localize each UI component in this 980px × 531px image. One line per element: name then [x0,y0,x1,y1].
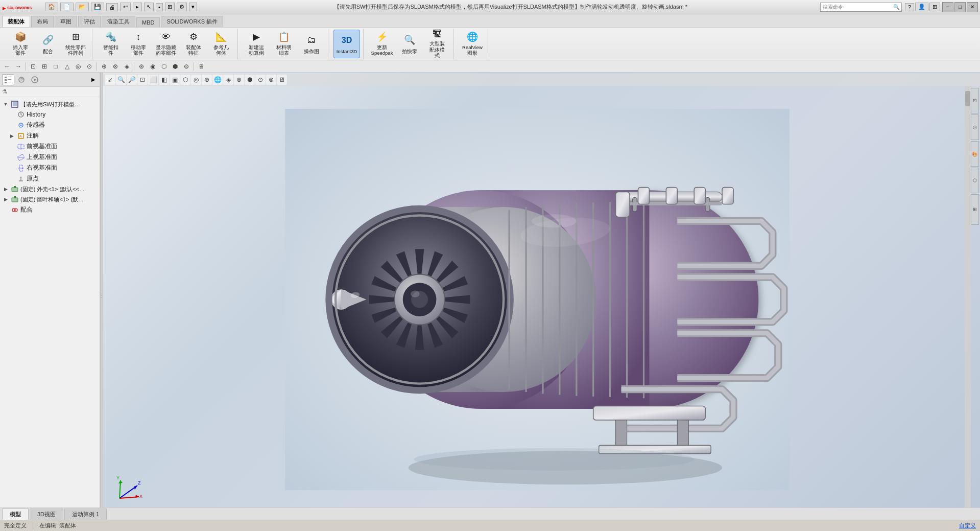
menu-arrow[interactable]: ▸ [133,3,142,11]
menu-undo[interactable]: ↩ [120,3,131,11]
pan-button[interactable]: ◎ [73,61,83,72]
right-color-btn[interactable]: 🎨 [971,141,979,167]
view3d-button[interactable]: ⊙ [84,61,94,72]
tab-assembly[interactable]: 装配体 [2,16,30,27]
menu-save[interactable]: 💾 [91,3,104,11]
view-shadows-button[interactable]: ⊜ [266,75,276,85]
view-perspective-button[interactable]: ⊕ [202,75,212,85]
zoom-fit-button[interactable]: ⊡ [28,61,38,72]
tree-mate-item[interactable]: 配合 [0,204,100,215]
3d-viewport[interactable]: ↙ 🔍 🔎 ⊡ ⬜ ◧ ▣ ⬡ ◎ ⊕ 🌐 ◈ ⊛ ⬢ ⊙ ⊜ 🖥 [103,73,980,519]
insert-component-button[interactable]: 📦 插入零部件 [7,30,34,58]
tab-motion1[interactable]: 运动算例 1 [64,509,107,520]
command-search-input[interactable] [823,4,893,10]
menu-grid[interactable]: ⊞ [165,3,175,11]
tab-plugins[interactable]: SOLIDWORKS 插件 [161,16,223,27]
large-assembly-button[interactable]: 🏗 大型装配体模式 [424,30,450,58]
fastzoom-button[interactable]: 🔍 拍快零 [396,30,423,58]
forward-button[interactable]: → [13,61,23,72]
show-hide-button[interactable]: 👁 显示隐藏的零部件 [153,30,179,58]
panel-expand-button[interactable]: ▶ [89,76,98,84]
appearance-button[interactable]: ⬡ [159,61,169,72]
display-tab[interactable] [29,74,41,85]
view-lights-button[interactable]: 🌐 [212,75,223,85]
back-button[interactable]: ← [2,61,12,72]
close-button[interactable]: ✕ [967,2,978,12]
right-view-btn[interactable]: ◎ [971,114,979,140]
ref-geometry-button[interactable]: 📐 参考几何体 [208,30,234,58]
assembly-button[interactable]: 🔗 配合 [35,30,61,58]
properties-tab[interactable]: P [15,74,28,85]
tree-tab[interactable] [2,74,14,85]
tree-top-plane-item[interactable]: 上视基准面 [0,152,100,163]
view-setting-button[interactable]: ◉ [148,61,158,72]
lighting-button[interactable]: ⊜ [181,61,192,72]
right-settings-btn[interactable]: ⊞ [971,194,979,225]
view-scene-button[interactable]: ⊛ [234,75,244,85]
tree-right-plane-item[interactable]: 右视基准面 [0,163,100,173]
right-scene-btn[interactable]: ⬡ [971,168,979,193]
right-expand-btn[interactable]: ⊡ [971,88,979,113]
tab-render[interactable]: 渲染工具 [102,16,135,27]
view-appearance-button[interactable]: ◈ [223,75,233,85]
zoom-previous-button[interactable]: ↙ [105,75,115,85]
view-normal-button[interactable]: ◎ [191,75,201,85]
tab-mbd[interactable]: MBD [136,17,160,27]
menu-cursor[interactable]: ↖ [144,3,154,11]
tree-front-plane-item[interactable]: 前视基准面 [0,141,100,152]
restore-button[interactable]: □ [954,2,966,12]
tree-fixed1-item[interactable]: ▶ (固定) 外壳<1> (默认<<默认>_显... [0,184,100,194]
menu-print[interactable]: 🖨 [106,3,118,11]
menu-dot[interactable]: • [156,3,163,11]
tree-fixed2-item[interactable]: ▶ (固定) 磨叶和轴<1> (默认<<默认>... [0,194,100,204]
view-orientation-button[interactable]: ⊕ [99,61,109,72]
new-motion-button[interactable]: ▶ 新建运动算例 [243,30,270,58]
zoom-in-button[interactable]: ⊞ [39,61,50,72]
monitor-button[interactable]: 🖥 [196,61,206,72]
rotate-button[interactable]: △ [62,61,72,72]
move-component-button[interactable]: ↕ 移动零部件 [125,30,152,58]
view-realview-button[interactable]: ⬢ [245,75,255,85]
speedpak-button[interactable]: ⚡ 更新Speedpak [369,30,395,58]
operations-button[interactable]: 🗂 操作图 [298,30,325,58]
viewport-vscrollbar[interactable] [965,86,971,513]
menu-new[interactable]: 📄 [60,3,74,11]
view-rotate-button[interactable]: ◧ [159,75,169,85]
view-3d-button[interactable]: ⬡ [180,75,190,85]
tree-root-item[interactable]: ▼ 【请先用SW打开模型后保存为SLDASM [0,99,100,109]
tree-sensors-item[interactable]: 传感器 [0,120,100,130]
menu-gear[interactable]: ⚙ [177,3,187,11]
zoom-out-button[interactable]: □ [51,61,61,72]
smart-fastener-button[interactable]: 🔩 智能扣件 [98,30,124,58]
view-display-settings-button[interactable]: 🖥 [277,75,287,85]
linear-pattern-button[interactable]: ⊞ 线性零部件阵列 [62,30,89,58]
section-view-button[interactable]: ⊛ [136,61,147,72]
menu-dropdown[interactable]: ▾ [189,3,197,11]
tree-history-item[interactable]: History [0,109,100,120]
zoom-realsize-button[interactable]: 🔍 [116,75,126,85]
help-question-icon[interactable]: ? [905,3,914,11]
tab-evaluate[interactable]: 评估 [78,16,101,27]
status-custom[interactable]: 自定义 [959,522,976,529]
menu-open[interactable]: 📂 [76,3,89,11]
instant3d-button[interactable]: 3D Instant3D [333,30,360,58]
tab-layout[interactable]: 布局 [31,16,54,27]
menu-home[interactable]: 🏠 [45,3,58,11]
view-pan-button[interactable]: ▣ [170,75,180,85]
tree-origin-item[interactable]: 原点 [0,173,100,184]
assembly-feature-button[interactable]: ⚙ 装配体特征 [180,30,207,58]
realview-button[interactable]: 🌐 RealView图形 [459,30,486,58]
expand-icon[interactable]: ⊞ [929,3,940,11]
scene-button[interactable]: ⬢ [170,61,180,72]
tab-sketch[interactable]: 草图 [55,16,77,27]
display-style-button[interactable]: ⊗ [110,61,121,72]
tab-3dview[interactable]: 3D视图 [30,509,63,520]
bom-button[interactable]: 📋 材料明细表 [271,30,297,58]
minimize-button[interactable]: − [942,2,953,12]
zoom-area-button[interactable]: 🔎 [127,75,137,85]
zoom-fit-vt-button[interactable]: ⊡ [137,75,148,85]
tree-annotations-item[interactable]: ▶ A 注解 [0,130,100,141]
tab-model[interactable]: 模型 [2,509,29,520]
hide-show-button[interactable]: ◈ [122,61,132,72]
zoom-box-button[interactable]: ⬜ [148,75,158,85]
